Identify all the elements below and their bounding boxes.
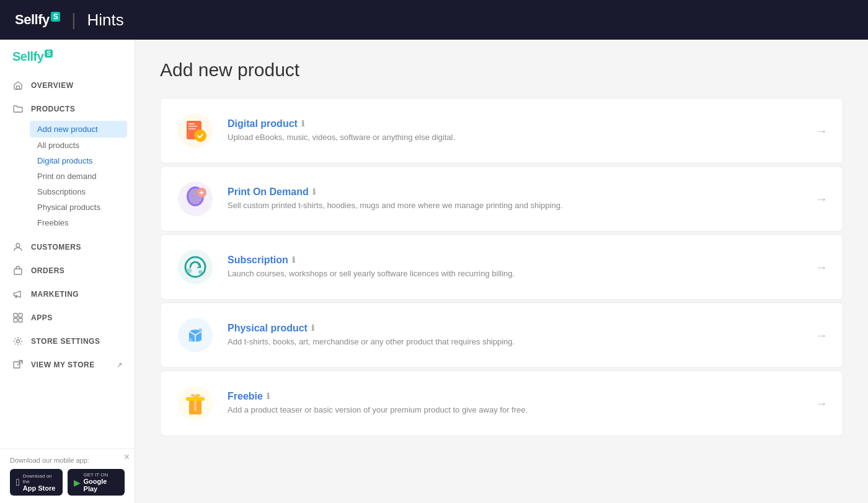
svg-rect-8 xyxy=(14,362,20,368)
pod-product-title: Print On Demand ℹ xyxy=(228,186,803,198)
grid-icon xyxy=(12,312,24,323)
close-mobile-banner-button[interactable]: × xyxy=(124,452,130,463)
subscription-info-icon: ℹ xyxy=(292,255,295,265)
google-play-small-text: GET IT ON xyxy=(84,472,118,478)
svg-rect-29 xyxy=(194,401,197,411)
digital-info-icon: ℹ xyxy=(301,119,304,128)
main-layout: SellfyS OVERVIEW xyxy=(0,40,868,503)
sidebar-item-products[interactable]: PRODUCTS xyxy=(0,97,135,121)
pod-product-content: Print On Demand ℹ Sell custom printed t-… xyxy=(228,186,803,211)
megaphone-icon xyxy=(12,289,24,300)
freebie-card-arrow: → xyxy=(815,396,828,411)
sidebar-item-customers-label: CUSTOMERS xyxy=(31,243,81,252)
subscription-product-content: Subscription ℹ Launch courses, workshops… xyxy=(228,255,803,279)
freebie-product-icon xyxy=(175,383,215,423)
product-cards-list: Digital product ℹ Upload eBooks, music, … xyxy=(160,98,843,436)
external-link-icon xyxy=(12,359,24,370)
sidebar-item-store-settings-label: STORE SETTINGS xyxy=(31,337,100,346)
sidebar-item-overview[interactable]: OVERVIEW xyxy=(0,74,135,97)
product-card-physical[interactable]: Physical product ℹ Add t-shirts, books, … xyxy=(160,302,843,368)
pod-product-icon xyxy=(175,179,215,219)
pod-card-arrow: → xyxy=(815,192,828,206)
sidebar: SellfyS OVERVIEW xyxy=(0,40,135,503)
digital-product-icon xyxy=(175,111,215,151)
svg-point-14 xyxy=(194,129,206,142)
sidebar-item-view-my-store[interactable]: VIEW MY STORE ↗ xyxy=(0,353,135,377)
subscription-product-icon xyxy=(175,247,215,287)
top-bar: SellfyS | Hints xyxy=(0,0,868,40)
svg-point-25 xyxy=(198,328,202,332)
physical-product-title: Physical product ℹ xyxy=(228,323,803,334)
google-play-large-text: Google Play xyxy=(84,478,118,492)
sidebar-item-apps[interactable]: APPS xyxy=(0,306,135,330)
sidebar-subitem-subscriptions[interactable]: Subscriptions xyxy=(30,184,135,199)
topbar-divider: | xyxy=(71,10,76,30)
sidebar-item-orders[interactable]: ORDERS xyxy=(0,259,135,282)
sidebar-subitem-add-new-product[interactable]: Add new product xyxy=(30,121,127,138)
svg-rect-4 xyxy=(19,313,22,317)
home-icon xyxy=(12,80,24,91)
app-store-button[interactable]:  Download on the App Store xyxy=(10,469,63,496)
person-icon xyxy=(12,242,24,253)
sidebar-item-store-settings[interactable]: STORE SETTINGS xyxy=(0,330,135,353)
main-content: Add new product xyxy=(135,40,868,503)
sidebar-section-products: PRODUCTS Add new product All products Di… xyxy=(0,97,135,235)
sidebar-logo: SellfyS xyxy=(12,50,53,64)
physical-card-arrow: → xyxy=(815,328,828,343)
digital-product-content: Digital product ℹ Upload eBooks, music, … xyxy=(228,118,803,143)
mobile-app-section: × Download our mobile app:  Download on… xyxy=(0,448,135,503)
freebie-info-icon: ℹ xyxy=(267,391,270,401)
sidebar-logo-area: SellfyS xyxy=(0,40,135,69)
svg-rect-3 xyxy=(14,313,17,317)
freebie-product-content: Freebie ℹ Add a product teaser or basic … xyxy=(228,391,803,416)
subscription-product-desc: Launch courses, workshops or sell yearly… xyxy=(228,268,803,279)
external-link-badge: ↗ xyxy=(117,361,122,369)
svg-point-7 xyxy=(17,340,20,343)
sidebar-item-products-label: PRODUCTS xyxy=(31,105,75,113)
sidebar-subitem-freebies[interactable]: Freebies xyxy=(30,215,135,230)
google-play-icon: ▶ xyxy=(74,478,81,488)
svg-point-19 xyxy=(178,250,213,284)
digital-product-desc: Upload eBooks, music, videos, software o… xyxy=(228,132,803,143)
app-badges:  Download on the App Store ▶ GET IT ON … xyxy=(10,469,125,496)
subscription-product-title: Subscription ℹ xyxy=(228,255,803,266)
topbar-logo: SellfyS xyxy=(15,12,60,28)
sidebar-logo-badge: S xyxy=(45,50,52,58)
sidebar-item-overview-label: OVERVIEW xyxy=(31,81,73,90)
topbar-title: Hints xyxy=(87,11,124,30)
sidebar-subitem-physical-products[interactable]: Physical products xyxy=(30,199,135,215)
app-store-small-text: Download on the xyxy=(23,473,56,484)
folder-icon xyxy=(12,103,24,115)
app-store-large-text: App Store xyxy=(23,484,56,492)
sidebar-item-view-my-store-label: VIEW MY STORE xyxy=(31,361,95,369)
svg-rect-12 xyxy=(188,126,197,127)
settings-icon xyxy=(12,336,24,347)
svg-point-24 xyxy=(188,338,192,342)
google-play-button[interactable]: ▶ GET IT ON Google Play xyxy=(68,469,125,496)
physical-product-icon xyxy=(175,315,215,355)
svg-rect-2 xyxy=(14,269,22,274)
pod-info-icon: ℹ xyxy=(312,187,316,196)
svg-rect-6 xyxy=(19,318,22,322)
sidebar-subitem-all-products[interactable]: All products xyxy=(30,138,135,153)
mobile-app-label: Download our mobile app: xyxy=(10,457,125,464)
product-card-digital[interactable]: Digital product ℹ Upload eBooks, music, … xyxy=(160,98,843,164)
svg-rect-13 xyxy=(188,128,196,129)
sidebar-subitem-digital-products[interactable]: Digital products xyxy=(30,153,135,168)
svg-rect-5 xyxy=(14,318,17,322)
svg-point-21 xyxy=(187,268,192,273)
svg-rect-11 xyxy=(188,123,195,125)
sidebar-item-marketing[interactable]: MARKETING xyxy=(0,282,135,306)
sidebar-subitem-print-on-demand[interactable]: Print on demand xyxy=(30,168,135,184)
subscription-card-arrow: → xyxy=(815,260,828,274)
sidebar-item-marketing-label: MARKETING xyxy=(31,290,79,299)
product-card-pod[interactable]: Print On Demand ℹ Sell custom printed t-… xyxy=(160,166,843,232)
freebie-product-title: Freebie ℹ xyxy=(228,391,803,402)
product-card-freebie[interactable]: Freebie ℹ Add a product teaser or basic … xyxy=(160,370,843,436)
svg-rect-0 xyxy=(17,86,20,89)
product-card-subscription[interactable]: Subscription ℹ Launch courses, workshops… xyxy=(160,234,843,300)
svg-point-22 xyxy=(198,270,202,274)
svg-point-1 xyxy=(16,243,20,247)
physical-product-content: Physical product ℹ Add t-shirts, books, … xyxy=(228,323,803,348)
sidebar-item-customers[interactable]: CUSTOMERS xyxy=(0,235,135,259)
